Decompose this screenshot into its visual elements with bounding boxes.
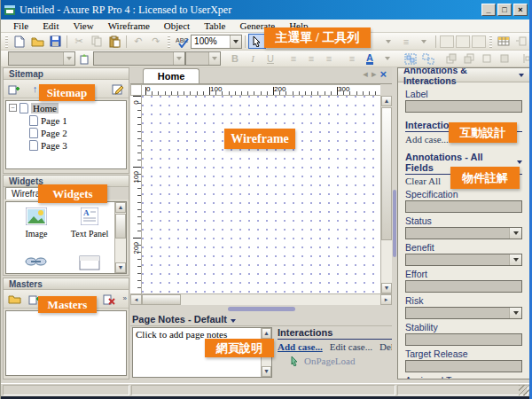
zoom-combo[interactable]: 100% <box>191 35 242 49</box>
text-align-right-button[interactable]: ≡ <box>320 51 338 66</box>
scroll-down-icon[interactable]: ▼ <box>262 366 271 377</box>
widgets-scrollbar[interactable]: ▲ ▼ <box>114 202 126 273</box>
tree-node-label[interactable]: Page 2 <box>41 128 67 138</box>
scroll-up-icon[interactable]: ▲ <box>381 96 392 106</box>
font-color-button[interactable]: A <box>361 51 379 66</box>
label-input[interactable] <box>405 100 522 113</box>
add-case-link[interactable]: Add case... <box>405 134 449 145</box>
paste-icon[interactable] <box>106 34 123 49</box>
target-release-input[interactable] <box>405 360 522 372</box>
widget-rectangle[interactable]: Rectangle <box>65 255 114 274</box>
widget-hyperlink[interactable]: Hyperlink <box>12 255 61 274</box>
menu-object[interactable]: Object <box>157 20 197 31</box>
add-page-icon[interactable] <box>7 82 22 96</box>
style-updater-icon[interactable] <box>75 51 93 66</box>
canvas-horizontal-scrollbar[interactable]: ◂ ▸ <box>130 293 392 305</box>
menu-wireframe[interactable]: Wireframe <box>101 20 157 31</box>
stability-input[interactable] <box>405 333 522 346</box>
font-color-dropdown[interactable] <box>379 51 396 66</box>
send-back-button[interactable] <box>460 51 478 66</box>
effort-input[interactable] <box>405 280 522 293</box>
arrow-style-dropdown[interactable] <box>415 34 433 49</box>
align-left-button[interactable] <box>440 35 454 48</box>
tree-node-label[interactable]: Home <box>31 103 59 113</box>
scroll-up-icon[interactable]: ▲ <box>262 328 271 339</box>
add-case-link[interactable]: Add case... <box>278 341 323 352</box>
bullet-list-button[interactable]: ≡ <box>343 51 361 66</box>
chevron-down-icon[interactable] <box>208 52 220 65</box>
menu-table[interactable]: Table <box>197 20 232 31</box>
font-size-combo[interactable] <box>185 51 221 66</box>
splitter-grip[interactable] <box>228 307 295 311</box>
distribute-h-button[interactable] <box>519 51 532 66</box>
close-icon[interactable]: × <box>513 4 528 16</box>
annotations-panel-header[interactable]: Annotations & Interactions <box>398 68 529 82</box>
nav-forward-icon[interactable]: ▸ <box>372 68 377 80</box>
widget-image[interactable]: Image <box>12 207 61 239</box>
pointer-tool-button[interactable] <box>248 34 266 49</box>
font-combo[interactable] <box>8 51 75 66</box>
bring-front-button[interactable] <box>442 51 460 66</box>
chevron-down-icon[interactable] <box>517 160 522 164</box>
undo-icon[interactable]: ↶ <box>129 34 147 49</box>
table-icon[interactable] <box>495 34 512 49</box>
panel-overflow-icon[interactable]: » <box>123 295 127 302</box>
line-style-dropdown[interactable]: ≡ <box>397 34 415 49</box>
scroll-left-icon[interactable]: ◂ <box>130 294 142 305</box>
specification-input[interactable] <box>405 200 522 213</box>
group-button[interactable] <box>402 51 419 66</box>
canvas-vertical-scrollbar[interactable]: ▲ ▼ <box>380 96 392 293</box>
chevron-down-icon[interactable] <box>509 308 521 318</box>
page-notes-header[interactable]: Page Notes - Default <box>130 313 392 326</box>
tab-home[interactable]: Home <box>143 68 200 83</box>
scroll-down-icon[interactable]: ▼ <box>381 283 392 293</box>
wireframe-canvas[interactable] <box>142 96 380 293</box>
onpageload-event[interactable]: OnPageLoad <box>290 356 392 366</box>
bring-forward-button[interactable] <box>478 51 496 66</box>
status-select[interactable] <box>405 227 522 239</box>
new-icon[interactable] <box>11 34 28 49</box>
insert-column-icon[interactable] <box>512 34 530 49</box>
italic-button[interactable]: I <box>244 51 262 66</box>
collapse-icon[interactable]: − <box>9 104 17 112</box>
toolbar-grip[interactable] <box>168 35 170 48</box>
tree-node-page3[interactable]: Page 3 <box>6 139 126 151</box>
tree-node-page2[interactable]: Page 2 <box>6 127 126 138</box>
chevron-down-icon[interactable] <box>231 319 236 323</box>
menu-file[interactable]: File <box>6 20 35 31</box>
chevron-down-icon[interactable] <box>519 74 524 77</box>
menu-view[interactable]: View <box>66 20 100 31</box>
chevron-down-icon[interactable] <box>509 228 521 239</box>
menu-edit[interactable]: Edit <box>35 20 66 31</box>
text-align-left-button[interactable]: ≡ <box>285 51 302 66</box>
nav-back-icon[interactable]: ◂ <box>363 68 368 80</box>
delete-master-icon[interactable] <box>101 293 116 306</box>
resize-grip-icon[interactable] <box>519 385 529 395</box>
open-master-folder-icon[interactable] <box>7 293 22 306</box>
redo-icon[interactable]: ↷ <box>147 34 165 49</box>
tree-node-label[interactable]: Page 3 <box>41 140 67 151</box>
risk-select[interactable] <box>405 307 522 319</box>
horizontal-splitter[interactable] <box>130 305 392 313</box>
text-align-center-button[interactable]: ≡ <box>302 51 320 66</box>
tree-node-home[interactable]: − Home <box>6 102 126 113</box>
chevron-down-icon[interactable] <box>63 52 74 65</box>
edit-case-link[interactable]: Edit case... <box>330 341 372 352</box>
splitter-grip[interactable] <box>393 190 396 257</box>
clear-all-link[interactable]: Clear All <box>405 176 441 186</box>
minimize-icon[interactable]: _ <box>481 4 496 16</box>
scroll-up-icon[interactable]: ▲ <box>115 202 126 213</box>
open-icon[interactable] <box>28 34 46 49</box>
delete-case-link[interactable]: Delete case... <box>379 341 392 352</box>
scroll-down-icon[interactable]: ▼ <box>115 262 126 273</box>
ungroup-button[interactable] <box>419 51 437 66</box>
widget-text-panel[interactable]: A Text Panel <box>65 207 114 239</box>
toolbar-grip[interactable] <box>489 35 492 48</box>
bold-button[interactable]: B <box>226 51 244 66</box>
spellcheck-icon[interactable]: ABC <box>173 34 191 49</box>
align-right-button[interactable] <box>472 35 486 48</box>
benefit-select[interactable] <box>405 254 522 266</box>
tree-node-page1[interactable]: Page 1 <box>6 114 126 126</box>
scroll-right-icon[interactable]: ▸ <box>380 294 392 305</box>
close-tab-icon[interactable]: × <box>379 67 387 81</box>
